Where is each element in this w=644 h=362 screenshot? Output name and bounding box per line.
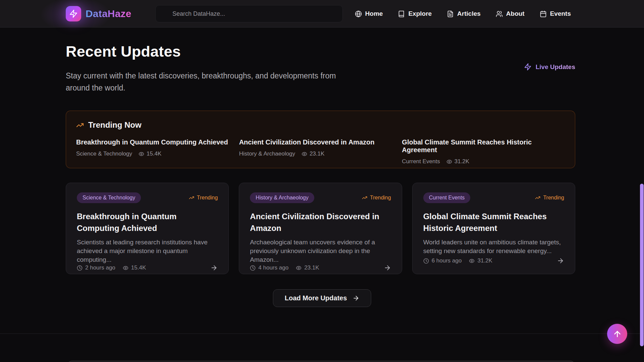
nav-item-label: Articles <box>457 10 481 17</box>
eye-icon <box>446 159 452 165</box>
nav-item-home[interactable]: Home <box>355 10 383 17</box>
arrow-right-icon <box>352 295 359 302</box>
update-card[interactable]: History & Archaeology Trending Ancient C… <box>239 183 402 274</box>
card-description: Archaeological team uncovers evidence of… <box>250 238 391 264</box>
card-views: 31.2K <box>477 257 492 264</box>
trending-flag: Trending <box>189 195 218 201</box>
eye-icon <box>139 151 144 157</box>
trending-item-title: Breakthrough in Quantum Computing Achiev… <box>76 138 229 146</box>
card-views: 23.1K <box>304 264 319 271</box>
category-badge: History & Archaeology <box>250 192 314 203</box>
book-icon <box>398 10 405 17</box>
search-input[interactable] <box>156 5 342 22</box>
eye-icon <box>123 265 128 271</box>
nav-item-explore[interactable]: Explore <box>398 10 432 17</box>
zap-icon <box>69 9 78 18</box>
brand-name: DataHaze <box>86 8 131 19</box>
nav-item-events[interactable]: Events <box>540 10 571 17</box>
update-cards: Science & Technology Trending Breakthrou… <box>66 183 575 274</box>
arrow-right-icon[interactable] <box>384 264 391 272</box>
live-updates-indicator: Live Updates <box>524 63 575 71</box>
trending-item-category: Current Events <box>402 158 440 165</box>
nav-item-label: Explore <box>408 10 432 17</box>
clock-icon <box>423 258 429 264</box>
card-description: World leaders unite on ambitious climate… <box>423 238 564 255</box>
trending-flag: Trending <box>535 195 564 201</box>
card-time: 6 hours ago <box>432 257 462 264</box>
arrow-up-icon <box>613 329 622 339</box>
update-card[interactable]: Current Events Trending Global Climate S… <box>412 183 575 274</box>
page-title: Recent Updates <box>66 43 181 60</box>
trending-now-header: Trending Now <box>76 120 565 130</box>
load-more-label: Load More Updates <box>285 294 347 302</box>
category-badge: Science & Technology <box>77 192 141 203</box>
arrow-right-icon[interactable] <box>210 264 218 272</box>
trending-item-title: Ancient Civilization Discovered in Amazo… <box>239 138 392 146</box>
trending-flag-label: Trending <box>197 195 218 201</box>
navbar: DataHaze Home Explore Articles <box>0 0 644 27</box>
trending-now-title: Trending Now <box>88 120 142 130</box>
zap-icon <box>524 63 532 71</box>
trending-item-meta: Current Events 31.2K <box>402 158 555 165</box>
scrollbar-thumb[interactable] <box>640 184 644 346</box>
trending-up-icon <box>76 121 84 129</box>
load-more-button[interactable]: Load More Updates <box>273 289 371 307</box>
card-title: Breakthrough in Quantum Computing Achiev… <box>77 210 218 234</box>
search-bar <box>155 5 343 22</box>
card-footer: 2 hours ago 15.4K <box>77 264 218 272</box>
trending-items: Breakthrough in Quantum Computing Achiev… <box>76 138 565 165</box>
trending-flag-label: Trending <box>370 195 391 201</box>
trending-item-meta: History & Archaeology 23.1K <box>239 150 392 157</box>
trending-flag-label: Trending <box>543 195 564 201</box>
brand-logo <box>66 6 81 21</box>
arrow-right-icon[interactable] <box>557 257 564 264</box>
clock-icon <box>250 265 256 271</box>
card-time: 4 hours ago <box>258 264 288 271</box>
nav-item-about[interactable]: About <box>496 10 525 17</box>
trending-up-icon <box>535 195 540 200</box>
trending-item-title: Global Climate Summit Reaches Historic A… <box>402 138 555 154</box>
nav-links: Home Explore Articles About Events <box>355 0 571 27</box>
card-views: 15.4K <box>131 264 146 271</box>
eye-icon <box>469 258 475 264</box>
brand[interactable]: DataHaze <box>66 6 131 21</box>
card-time: 2 hours ago <box>85 264 115 271</box>
card-description: Scientists at leading research instituti… <box>77 238 218 264</box>
nav-item-label: Home <box>365 10 383 17</box>
card-top-row: Current Events Trending <box>423 192 564 203</box>
trending-item-views: 23.1K <box>310 150 324 157</box>
nav-item-articles[interactable]: Articles <box>447 10 481 17</box>
section-divider <box>0 334 644 334</box>
clock-icon <box>77 265 83 271</box>
trending-item-views: 15.4K <box>147 150 161 157</box>
update-card[interactable]: Science & Technology Trending Breakthrou… <box>66 183 229 274</box>
trending-item-meta: Science & Technology 15.4K <box>76 150 229 157</box>
trending-up-icon <box>189 195 194 200</box>
card-footer: 4 hours ago 23.1K <box>250 264 391 272</box>
live-updates-label: Live Updates <box>536 63 575 71</box>
trending-item-category: Science & Technology <box>76 150 132 157</box>
next-section-edge <box>67 361 575 362</box>
trending-item[interactable]: Ancient Civilization Discovered in Amazo… <box>239 138 402 165</box>
trending-item-category: History & Archaeology <box>239 150 295 157</box>
trending-up-icon <box>362 195 367 200</box>
globe-icon <box>355 10 362 17</box>
category-badge: Current Events <box>423 192 471 203</box>
trending-item[interactable]: Global Climate Summit Reaches Historic A… <box>402 138 565 165</box>
scroll-to-top-button[interactable] <box>607 324 627 344</box>
eye-icon <box>296 265 302 271</box>
card-title: Ancient Civilization Discovered in Amazo… <box>250 210 391 234</box>
trending-item-views: 31.2K <box>454 158 469 165</box>
page-subtitle: Stay current with the latest discoveries… <box>66 70 347 94</box>
trending-item[interactable]: Breakthrough in Quantum Computing Achiev… <box>76 138 239 165</box>
users-icon <box>496 10 503 17</box>
eye-icon <box>302 151 307 157</box>
trending-now-panel: Trending Now Breakthrough in Quantum Com… <box>66 111 575 168</box>
nav-item-label: About <box>506 10 525 17</box>
trending-flag: Trending <box>362 195 391 201</box>
card-title: Global Climate Summit Reaches Historic A… <box>423 210 564 234</box>
card-top-row: Science & Technology Trending <box>77 192 218 203</box>
card-top-row: History & Archaeology Trending <box>250 192 391 203</box>
card-footer: 6 hours ago 31.2K <box>423 257 564 264</box>
file-text-icon <box>447 10 454 17</box>
